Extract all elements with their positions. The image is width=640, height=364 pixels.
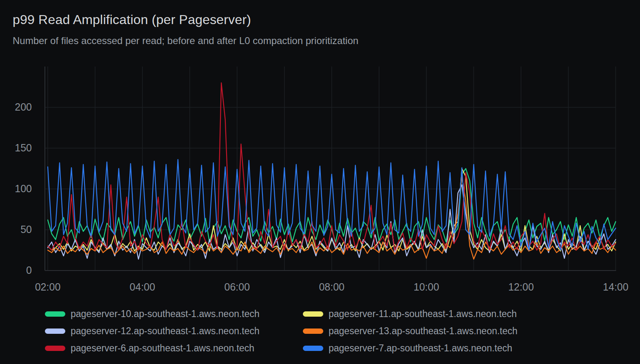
legend-item-pageserver-6[interactable]: pageserver-6.ap-southeast-1.aws.neon.tec… <box>45 343 303 354</box>
x-tick-label: 04:00 <box>130 281 156 293</box>
x-tick-label: 08:00 <box>319 281 344 293</box>
legend-item-label: pageserver-7.ap-southeast-1.aws.neon.tec… <box>329 343 512 354</box>
x-tick-label: 12:00 <box>508 281 534 293</box>
legend-item-label: pageserver-12.ap-southeast-1.aws.neon.te… <box>71 326 260 337</box>
legend-item-pageserver-13[interactable]: pageserver-13.ap-southeast-1.aws.neon.te… <box>303 326 518 337</box>
panel: p99 Read Amplification (per Pageserver) … <box>0 0 640 364</box>
chart-svg: 05010015020002:0004:0006:0008:0010:0012:… <box>0 61 640 300</box>
y-tick-label: 50 <box>20 224 32 235</box>
series-color-swatch <box>45 311 65 317</box>
legend-item-label: pageserver-11.ap-southeast-1.aws.neon.te… <box>329 309 517 320</box>
series-color-swatch <box>45 328 65 334</box>
series-color-swatch <box>303 346 323 351</box>
y-tick-label: 0 <box>26 264 32 276</box>
chart: 05010015020002:0004:0006:0008:0010:0012:… <box>0 61 640 300</box>
x-tick-label: 06:00 <box>224 281 250 293</box>
series-color-swatch <box>303 328 323 334</box>
panel-subtitle: Number of files accessed per read; befor… <box>13 35 358 47</box>
y-tick-label: 150 <box>15 142 32 153</box>
legend-item-pageserver-11[interactable]: pageserver-11.ap-southeast-1.aws.neon.te… <box>303 309 518 320</box>
legend-item-pageserver-7[interactable]: pageserver-7.ap-southeast-1.aws.neon.tec… <box>303 343 518 354</box>
x-tick-label: 14:00 <box>603 281 629 293</box>
series-color-swatch <box>45 346 65 351</box>
legend-item-label: pageserver-10.ap-southeast-1.aws.neon.te… <box>71 309 260 320</box>
legend: pageserver-10.ap-southeast-1.aws.neon.te… <box>45 305 518 357</box>
panel-title: p99 Read Amplification (per Pageserver) <box>13 12 251 27</box>
x-tick-label: 02:00 <box>35 281 61 293</box>
y-tick-label: 100 <box>15 183 32 194</box>
legend-item-pageserver-10[interactable]: pageserver-10.ap-southeast-1.aws.neon.te… <box>45 309 303 320</box>
legend-item-label: pageserver-13.ap-southeast-1.aws.neon.te… <box>329 326 518 337</box>
legend-item-label: pageserver-6.ap-southeast-1.aws.neon.tec… <box>71 343 254 354</box>
chart-plot-area[interactable] <box>45 67 616 271</box>
x-tick-label: 10:00 <box>413 281 439 293</box>
legend-item-pageserver-12[interactable]: pageserver-12.ap-southeast-1.aws.neon.te… <box>45 326 303 337</box>
series-color-swatch <box>303 311 323 317</box>
y-tick-label: 200 <box>15 101 32 113</box>
